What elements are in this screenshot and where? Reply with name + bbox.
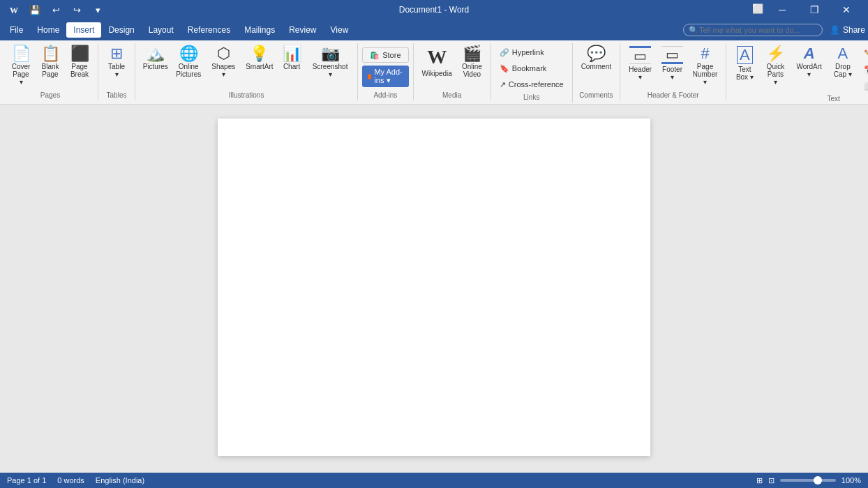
tell-me-input[interactable] xyxy=(683,24,823,36)
quick-parts-btn[interactable]: ⚡ QuickParts ▾ xyxy=(761,43,789,89)
shapes-icon: ⬡ xyxy=(217,46,230,61)
quick-parts-icon: ⚡ xyxy=(766,46,785,61)
addins-group-label: Add-ins xyxy=(362,90,408,100)
pictures-icon: 🏔️ xyxy=(146,46,165,61)
text-group-items: A TextBox ▾ ⚡ QuickParts ▾ A WordArt ▾ A… xyxy=(731,43,868,93)
wordart-btn[interactable]: A WordArt ▾ xyxy=(792,43,826,81)
view-print-icon[interactable]: ⊞ xyxy=(756,476,763,485)
cross-reference-btn[interactable]: ↗ Cross-reference xyxy=(495,77,568,92)
header-footer-group-items: ▭ Header ▾ ▭ Footer ▾ # PageNumber ▾ xyxy=(624,43,721,90)
ribbon-group-comments: 💬 Comment Comments xyxy=(573,43,620,100)
drop-cap-icon: A xyxy=(838,46,848,61)
store-btn[interactable]: 🛍️ Store xyxy=(362,47,408,63)
quick-access-toolbar: W 💾 ↩ ↪ ▾ xyxy=(6,1,106,18)
menu-bar-right: 🔍 👤 Share xyxy=(683,24,865,36)
bookmark-label: Bookmark xyxy=(512,64,547,73)
page-break-btn[interactable]: ⬛ PageBreak xyxy=(66,43,93,81)
footer-label: Footer ▾ xyxy=(661,66,682,81)
cover-page-btn[interactable]: 📄 CoverPage ▾ xyxy=(7,43,35,89)
date-time-btn[interactable]: 📅 Date & Time xyxy=(860,62,868,77)
wikipedia-label: Wikipedia xyxy=(422,70,452,77)
my-addins-label: My Add-ins ▾ xyxy=(374,68,403,85)
illustrations-group-label: Illustrations xyxy=(140,90,353,100)
online-pictures-btn[interactable]: 🌐 OnlinePictures xyxy=(172,43,204,81)
smartart-label: SmartArt xyxy=(246,63,273,70)
screenshot-btn[interactable]: 📷 Screenshot ▾ xyxy=(307,43,353,81)
text-box-label: TextBox ▾ xyxy=(736,66,754,81)
table-btn[interactable]: ⊞ Table ▾ xyxy=(103,43,130,81)
online-pictures-icon: 🌐 xyxy=(179,46,198,61)
redo-qat-button[interactable]: ↪ xyxy=(68,1,85,18)
pictures-label: Pictures xyxy=(143,63,168,70)
menu-design[interactable]: Design xyxy=(101,22,141,38)
hyperlink-btn[interactable]: 🔗 Hyperlink xyxy=(495,45,568,60)
shapes-btn[interactable]: ⬡ Shapes ▾ xyxy=(206,43,241,81)
menu-review[interactable]: Review xyxy=(282,22,323,38)
tell-me-wrapper: 🔍 xyxy=(683,24,823,36)
share-button[interactable]: 👤 Share xyxy=(830,25,865,35)
comment-icon: 💬 xyxy=(587,46,606,61)
title-bar: W 💾 ↩ ↪ ▾ Document1 - Word ⬜ ─ ❐ ✕ xyxy=(0,0,868,20)
menu-home[interactable]: Home xyxy=(30,22,66,38)
minimize-button[interactable]: ─ xyxy=(766,0,798,20)
smartart-btn[interactable]: 💡 SmartArt xyxy=(243,43,277,73)
chart-btn[interactable]: 📊 Chart xyxy=(278,43,306,73)
status-right: ⊞ ⊡ 100% xyxy=(756,476,861,485)
addins-group-items: 🛍️ Store My Add-ins ▾ xyxy=(362,43,408,90)
bookmark-btn[interactable]: 🔖 Bookmark xyxy=(495,61,568,76)
my-addins-btn[interactable]: My Add-ins ▾ xyxy=(362,66,408,87)
table-icon: ⊞ xyxy=(110,46,123,61)
save-qat-button[interactable]: 💾 xyxy=(27,1,43,18)
header-btn[interactable]: ▭ Header ▾ xyxy=(624,43,656,84)
ribbon-group-media: W Wikipedia 🎬 OnlineVideo Media xyxy=(414,43,491,100)
footer-icon: ▭ xyxy=(661,46,683,64)
cover-page-label: CoverPage ▾ xyxy=(11,63,31,86)
online-video-btn[interactable]: 🎬 OnlineVideo xyxy=(458,43,486,81)
pictures-btn[interactable]: 🏔️ Pictures xyxy=(140,43,171,73)
undo-qat-button[interactable]: ↩ xyxy=(47,1,64,18)
ribbon-group-text: A TextBox ▾ ⚡ QuickParts ▾ A WordArt ▾ A… xyxy=(726,43,868,104)
chart-label: Chart xyxy=(283,63,300,70)
comments-group-label: Comments xyxy=(577,90,615,100)
text-box-btn[interactable]: A TextBox ▾ xyxy=(731,43,758,84)
page-count-status: Page 1 of 1 xyxy=(7,476,46,485)
signature-line-btn[interactable]: ✏️ Signature Line ▾ xyxy=(860,46,868,61)
text-col-right: ✏️ Signature Line ▾ 📅 Date & Time ⬜ Obje… xyxy=(860,43,868,93)
ribbon-group-pages: 📄 CoverPage ▾ 📋 BlankPage ⬛ PageBreak Pa… xyxy=(3,43,98,100)
drop-cap-btn[interactable]: A DropCap ▾ xyxy=(829,43,857,81)
window-title: Document1 - Word xyxy=(399,5,469,15)
view-web-icon[interactable]: ⊡ xyxy=(768,476,775,485)
word-count-status: 0 words xyxy=(57,476,84,485)
page-number-btn[interactable]: # PageNumber ▾ xyxy=(689,43,722,89)
menu-file[interactable]: File xyxy=(3,22,30,38)
screenshot-icon: 📷 xyxy=(321,46,340,61)
cross-reference-label: Cross-reference xyxy=(509,80,564,89)
smartart-icon: 💡 xyxy=(250,46,269,61)
status-bar: Page 1 of 1 0 words English (India) ⊞ ⊡ … xyxy=(0,473,868,488)
menu-references[interactable]: References xyxy=(181,22,237,38)
cross-reference-icon: ↗ xyxy=(500,80,506,89)
footer-btn[interactable]: ▭ Footer ▾ xyxy=(657,43,687,84)
comment-btn[interactable]: 💬 Comment xyxy=(577,43,615,73)
ribbon-display-button[interactable]: ⬜ xyxy=(749,0,766,17)
menu-mailings[interactable]: Mailings xyxy=(237,22,282,38)
wikipedia-btn[interactable]: W Wikipedia xyxy=(418,43,456,80)
close-button[interactable]: ✕ xyxy=(830,0,862,20)
table-label: Table ▾ xyxy=(107,63,126,78)
restore-button[interactable]: ❐ xyxy=(798,0,830,20)
document-page[interactable] xyxy=(218,119,650,456)
links-group-items: 🔗 Hyperlink 🔖 Bookmark ↗ Cross-reference xyxy=(495,43,568,92)
blank-page-label: BlankPage xyxy=(41,63,59,78)
word-icon: W xyxy=(6,1,22,18)
share-icon: 👤 xyxy=(830,25,840,35)
menu-layout[interactable]: Layout xyxy=(142,22,181,38)
qat-dropdown-button[interactable]: ▾ xyxy=(89,1,106,18)
blank-page-btn[interactable]: 📋 BlankPage xyxy=(36,43,64,81)
media-group-label: Media xyxy=(418,90,486,100)
zoom-level: 100% xyxy=(841,476,861,485)
pages-group-items: 📄 CoverPage ▾ 📋 BlankPage ⬛ PageBreak xyxy=(7,43,93,90)
menu-insert[interactable]: Insert xyxy=(66,22,101,38)
menu-view[interactable]: View xyxy=(324,22,356,38)
zoom-slider[interactable] xyxy=(780,479,836,482)
object-btn[interactable]: ⬜ Object ▾ xyxy=(860,78,868,93)
